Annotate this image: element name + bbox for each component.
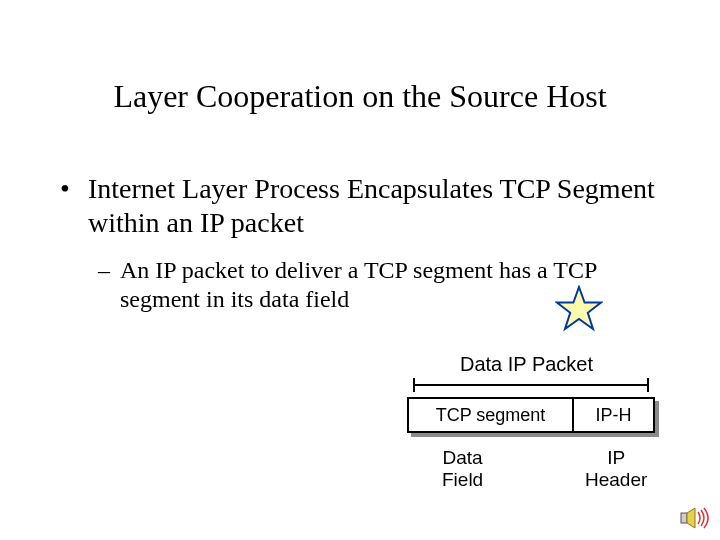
ip-header-label-l1: IP <box>607 447 625 468</box>
bullet-level-1: • Internet Layer Process Encapsulates TC… <box>60 172 670 240</box>
slide-title: Layer Cooperation on the Source Host <box>0 78 720 115</box>
diagram-title: Data IP Packet <box>460 353 593 376</box>
ip-header-box: IP-H <box>572 397 655 433</box>
bullet-dot: • <box>60 172 70 206</box>
svg-marker-2 <box>687 508 695 528</box>
extent-bracket <box>407 378 655 392</box>
data-field-label-l1: Data <box>443 447 483 468</box>
sound-icon[interactable] <box>680 506 710 530</box>
data-field-label: Data Field <box>442 447 483 491</box>
star-icon <box>555 285 603 333</box>
slide: Layer Cooperation on the Source Host • I… <box>0 0 720 540</box>
data-field-label-l2: Field <box>442 469 483 490</box>
packet-row: TCP segment IP-H <box>407 397 655 433</box>
svg-rect-1 <box>681 513 687 523</box>
tcp-segment-box: TCP segment <box>407 397 572 433</box>
bullet-dash: – <box>98 256 110 285</box>
svg-marker-0 <box>557 287 601 329</box>
ip-header-label-l2: Header <box>585 469 647 490</box>
ip-header-label: IP Header <box>585 447 647 491</box>
bullet-1-text: Internet Layer Process Encapsulates TCP … <box>88 172 670 240</box>
packet-diagram: TCP segment IP-H <box>407 397 655 433</box>
